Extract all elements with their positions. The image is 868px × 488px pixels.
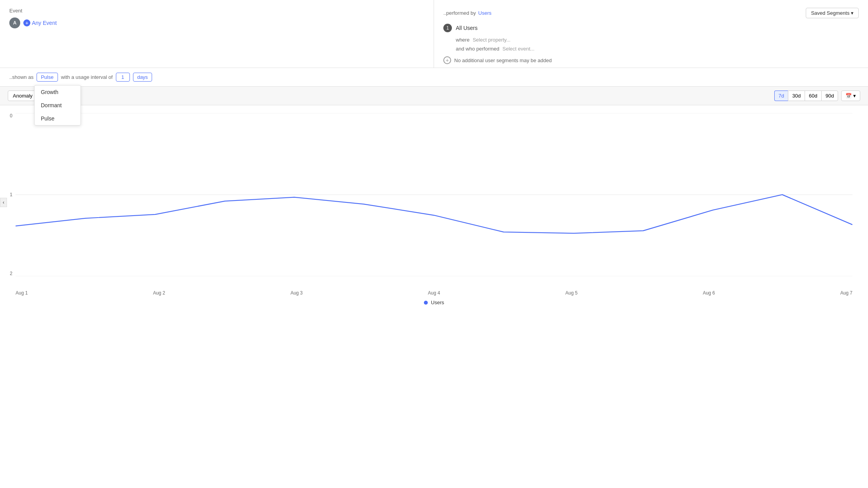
shown-as-bar: ..shown as Pulse with a usage interval o…	[0, 68, 868, 87]
avatar: A	[9, 17, 20, 28]
event-panel: Event A + Any Event	[0, 0, 434, 68]
where-label: where	[456, 37, 469, 43]
y-label-1: 1	[10, 192, 12, 197]
x-label-aug3: Aug 3	[290, 290, 303, 296]
shown-as-label: ..shown as	[9, 74, 33, 80]
interval-input[interactable]	[116, 73, 130, 82]
add-segment-icon: +	[443, 56, 451, 64]
users-link[interactable]: Users	[478, 10, 492, 16]
and-who-row: and who performed Select event...	[456, 46, 859, 52]
x-label-aug4: Aug 4	[428, 290, 440, 296]
usage-interval-label: with a usage interval of	[61, 74, 113, 80]
no-additional-label: No additional user segments may be added	[454, 58, 552, 63]
legend-dot	[424, 301, 428, 305]
event-row: A + Any Event	[9, 17, 424, 28]
saved-segments-button[interactable]: Saved Segments ▾	[806, 8, 859, 18]
chart-container: ‹ 2 1 0 Aug 1 Aug 2 Aug 3 Au	[0, 105, 868, 300]
dropdown-menu: Growth Dormant Pulse	[34, 85, 81, 125]
number-badge: 1	[443, 24, 452, 32]
pulse-dropdown-button[interactable]: Pulse	[37, 73, 58, 82]
chart-controls-row: Anomaly + Fi 7d 30d 60d 90d 📅 ▾	[0, 87, 868, 105]
chart-area: Anomaly + Fi 7d 30d 60d 90d 📅 ▾ ‹ 2 1 0	[0, 87, 868, 309]
chart-svg-wrapper	[16, 113, 852, 276]
x-axis: Aug 1 Aug 2 Aug 3 Aug 4 Aug 5 Aug 6 Aug …	[16, 290, 852, 296]
time-btn-30d[interactable]: 30d	[788, 91, 805, 101]
x-label-aug2: Aug 2	[153, 290, 165, 296]
performed-by-row: ..performed by Users Saved Segments ▾	[443, 8, 859, 18]
and-who-label: and who performed	[456, 46, 499, 52]
chart-svg	[16, 113, 852, 276]
chart-line	[16, 195, 852, 233]
select-event-input[interactable]: Select event...	[502, 46, 534, 52]
x-label-aug5: Aug 5	[565, 290, 578, 296]
x-label-aug7: Aug 7	[840, 290, 852, 296]
x-label-aug1: Aug 1	[16, 290, 28, 296]
dropdown-item-growth[interactable]: Growth	[35, 85, 80, 99]
y-label-0: 0	[10, 113, 12, 119]
plus-circle-icon: +	[23, 19, 30, 26]
select-property-input[interactable]: Select property...	[472, 37, 510, 43]
time-btn-7d[interactable]: 7d	[774, 91, 788, 101]
time-btn-90d[interactable]: 90d	[821, 91, 838, 101]
x-label-aug6: Aug 6	[703, 290, 715, 296]
right-panel: ..performed by Users Saved Segments ▾ 1 …	[434, 0, 868, 68]
all-users-label: All Users	[456, 25, 478, 31]
days-button[interactable]: days	[133, 73, 152, 82]
dropdown-item-dormant[interactable]: Dormant	[35, 99, 80, 112]
performed-by-text: ..performed by	[443, 10, 476, 16]
all-users-row: 1 All Users	[443, 24, 859, 32]
legend-label: Users	[431, 300, 444, 305]
chart-legend: Users	[0, 300, 868, 309]
calendar-button[interactable]: 📅 ▾	[841, 91, 860, 101]
event-label: Event	[9, 8, 424, 14]
y-axis: 2 1 0	[0, 105, 16, 276]
where-row: where Select property...	[456, 37, 859, 43]
time-btn-60d[interactable]: 60d	[805, 91, 821, 101]
y-label-2: 2	[10, 271, 12, 276]
time-range-buttons: 7d 30d 60d 90d	[774, 91, 838, 101]
dropdown-item-pulse[interactable]: Pulse	[35, 112, 80, 125]
add-segment-row: + No additional user segments may be add…	[443, 56, 859, 64]
any-event-button[interactable]: + Any Event	[23, 19, 57, 26]
